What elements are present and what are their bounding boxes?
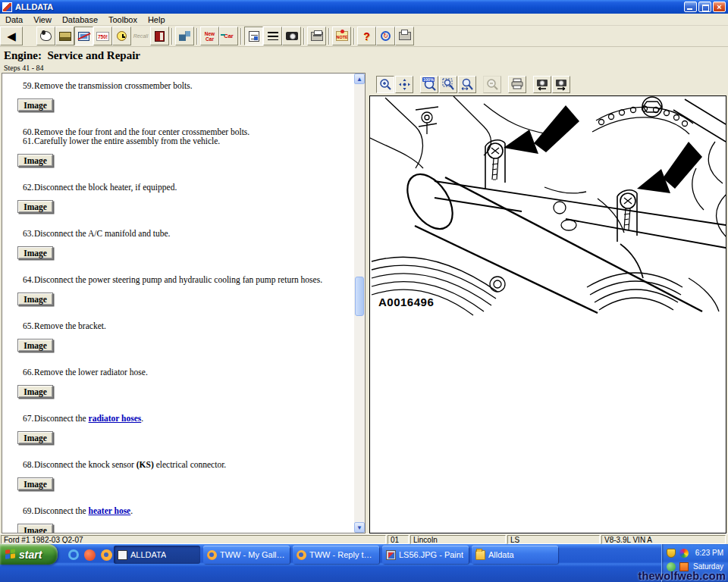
step-text-run: Remove the transmission crossmember bolt… <box>34 81 193 90</box>
price-icon: 750! <box>96 32 109 41</box>
taskbar-task[interactable]: ALLDATA <box>114 546 200 564</box>
print-setup-button[interactable] <box>395 27 414 45</box>
alldata-icon <box>118 550 127 560</box>
close-button[interactable]: × <box>713 2 726 12</box>
step-text: Disconnect the radiator hoses. <box>34 414 351 423</box>
image-button[interactable]: Image <box>17 154 53 167</box>
browser-icon[interactable] <box>68 549 79 560</box>
zoom-in-button[interactable] <box>376 76 394 93</box>
step-text-run: Disconnect the <box>34 414 89 423</box>
taskbar-task[interactable]: LS56.JPG - Paint <box>382 546 469 564</box>
search-dog-button[interactable] <box>36 27 55 45</box>
clock[interactable]: 6:23 PM <box>692 549 725 557</box>
step-number: 66. <box>17 368 34 377</box>
new-car-button[interactable]: New Car <box>200 27 219 45</box>
app-window: ALLDATA × DataViewDatabaseToolboxHelp ◀ … <box>0 0 728 582</box>
scroll-down-icon[interactable]: ▼ <box>354 522 365 533</box>
step-item: 67.Disconnect the radiator hoses. <box>17 414 351 423</box>
help-icon: ? <box>363 30 370 42</box>
image-button[interactable]: Image <box>17 339 53 352</box>
pan-button[interactable] <box>395 76 413 93</box>
zoom-width-button[interactable] <box>458 76 476 93</box>
manual-button[interactable] <box>150 27 169 45</box>
history-button[interactable]: ↻ <box>376 27 395 45</box>
steps-scrollbar[interactable]: ▲ ▼ <box>354 74 365 533</box>
menu-view[interactable]: View <box>28 14 57 25</box>
index-view-button[interactable] <box>244 27 263 45</box>
back-button[interactable]: ◀ <box>0 27 23 45</box>
printer-icon <box>311 32 323 41</box>
image-view-button[interactable] <box>282 27 301 45</box>
taskbar-task[interactable]: Alldata <box>472 546 558 564</box>
step-item: 65.Remove the bracket. <box>17 321 351 330</box>
zoom-100-button[interactable]: 100% <box>420 76 438 93</box>
diagram-view[interactable]: A0016496 <box>369 95 726 534</box>
image-button[interactable]: Image <box>17 99 53 111</box>
image-button[interactable]: Image <box>17 477 53 490</box>
image-button[interactable]: Image <box>17 385 53 398</box>
image-button[interactable]: Image <box>17 524 53 533</box>
step-block: 67.Disconnect the radiator hoses.Image <box>17 414 351 444</box>
scroll-up-icon[interactable]: ▲ <box>354 74 365 84</box>
vehicle-button[interactable] <box>55 27 74 45</box>
start-button[interactable]: start <box>0 544 58 565</box>
scroll-thumb[interactable] <box>355 277 364 316</box>
pinwheel-tray-icon[interactable] <box>679 549 689 558</box>
menu-help[interactable]: Help <box>143 14 171 25</box>
step-text: Remove the four front and the four cente… <box>34 127 351 136</box>
viewer-toolbar: 100% <box>369 73 726 95</box>
new-car-icon: New Car <box>203 31 217 42</box>
menu-data[interactable]: Data <box>0 14 28 25</box>
page-subtitle: Steps 41 - 84 <box>4 64 728 72</box>
text-view-button[interactable] <box>263 27 282 45</box>
paint-icon <box>386 550 396 560</box>
parts-price-button[interactable]: 750! <box>93 27 112 45</box>
previous-image-button[interactable] <box>533 76 551 93</box>
image-button[interactable]: Image <box>17 431 53 444</box>
firefox-icon[interactable] <box>101 549 112 561</box>
pan-icon <box>398 78 411 91</box>
media-app-icon[interactable] <box>84 549 96 561</box>
zoom-in-icon <box>379 78 392 91</box>
maintenance-button[interactable] <box>175 27 194 45</box>
step-text-run: Remove the lower radiator hose. <box>34 368 148 377</box>
task-label: TWW - My Gallery - M... <box>220 550 286 559</box>
next-image-button[interactable] <box>552 76 570 93</box>
security-shield-icon[interactable] <box>667 549 676 558</box>
step-block: 68.Disconnect the knock sensor (KS) elec… <box>17 460 351 490</box>
minimize-button[interactable] <box>684 2 697 12</box>
computer-wrench-icon <box>78 32 89 41</box>
diagnostics-button[interactable] <box>74 27 93 45</box>
step-link[interactable]: heater hose <box>89 506 131 515</box>
taskbar-task[interactable]: TWW - My Gallery - M... <box>203 546 290 564</box>
labor-times-button[interactable] <box>112 27 131 45</box>
step-number: 61. <box>17 136 34 146</box>
zoom-out-icon <box>486 78 499 91</box>
print-image-icon <box>510 78 524 90</box>
page-title: Engine: Service and Repair <box>4 47 728 62</box>
taskbar: start ALLDATATWW - My Gallery - M...TWW … <box>0 544 728 582</box>
folder-icon <box>475 550 485 560</box>
figure-number: A0016496 <box>378 296 434 308</box>
taskbar-task[interactable]: TWW - Reply to Topic... <box>293 546 379 564</box>
status-field: Lincoln <box>410 535 506 544</box>
image-button[interactable]: Image <box>17 200 53 213</box>
step-text-run: Disconnect the block heater, if equipped… <box>34 183 177 192</box>
menu-database[interactable]: Database <box>57 14 103 25</box>
help-button[interactable]: ? <box>357 27 376 45</box>
step-text: Disconnect the block heater, if equipped… <box>34 183 351 192</box>
restore-button[interactable] <box>698 2 711 12</box>
add-car-button[interactable]: Car <box>219 27 238 45</box>
step-number: 69. <box>17 506 34 515</box>
step-link[interactable]: radiator hoses <box>89 414 142 423</box>
print-image-button[interactable] <box>508 76 526 93</box>
menu-toolbox[interactable]: Toolbox <box>103 14 143 25</box>
step-text-run: electrical connector. <box>154 460 226 469</box>
image-button[interactable]: Image <box>17 246 53 259</box>
step-item: 69.Disconnect the heater hose. <box>17 506 351 515</box>
step-block: 60.Remove the four front and the four ce… <box>17 127 351 167</box>
image-button[interactable]: Image <box>17 293 53 305</box>
print-button[interactable] <box>307 27 326 45</box>
notes-button[interactable]: NOTE <box>332 27 351 45</box>
zoom-fit-button[interactable] <box>439 76 457 93</box>
